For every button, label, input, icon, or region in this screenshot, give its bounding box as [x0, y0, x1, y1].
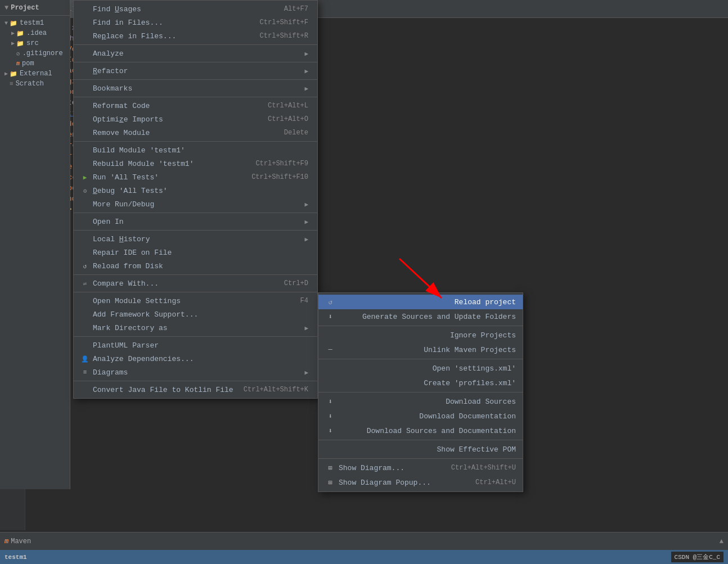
menu-label: Find in Files... [93, 19, 163, 27]
menu-item-debug-tests[interactable]: ⚙Debug 'All Tests' [74, 184, 317, 197]
submenu-arrow-icon: ▶ [304, 67, 308, 75]
menu-item-find-usages[interactable]: Find Usages Alt+F7 [74, 2, 317, 16]
tree-label: .idea [26, 29, 47, 37]
menu-item-plantuml[interactable]: PlantUML Parser [74, 339, 317, 352]
menu-item-more-run-debug[interactable]: More Run/Debug ▶ [74, 197, 317, 211]
menu-item-refactor[interactable]: Refactor ▶ [74, 64, 317, 78]
menu-item-find-in-files[interactable]: Find in Files... Ctrl+Shift+F [74, 16, 317, 29]
menu-label: Add Framework Support... [93, 310, 198, 319]
submenu-item-unlink-maven[interactable]: — Unlink Maven Projects [318, 342, 523, 357]
menu-item-reformat-code[interactable]: Reformat Code Ctrl+Alt+L [74, 99, 317, 112]
separator [74, 97, 317, 97]
project-panel: ▼ Project ▼ 📁 testm1 ▶ 📁 .idea ▶ 📁 src ▶… [0, 0, 70, 489]
menu-shortcut: Ctrl+Shift+R [260, 32, 308, 40]
menu-item-add-framework[interactable]: Add Framework Support... [74, 308, 317, 321]
submenu-arrow-icon: ▶ [304, 369, 308, 376]
menu-item-open-module-settings[interactable]: Open Module Settings F4 [74, 294, 317, 308]
menu-label: Debug 'All Tests' [93, 187, 168, 195]
submenu-label: Show Effective POM [437, 445, 516, 454]
show-diagram-shortcut: Ctrl+Alt+Shift+U [451, 464, 516, 472]
submenu-item-open-settings-xml[interactable]: Open 'settings.xml' [318, 361, 523, 376]
menu-label: PlantUML Parser [93, 341, 159, 350]
maven-file-icon: m [16, 61, 20, 67]
file-icon: ⊘ [16, 50, 20, 57]
menu-shortcut: Ctrl+Alt+Shift+K [244, 386, 308, 394]
tree-item-scratch[interactable]: ▶ ≡ Scratch [0, 79, 70, 89]
menu-item-diagrams[interactable]: ≡Diagrams ▶ [74, 366, 317, 379]
menu-item-open-in[interactable]: Open In ▶ [74, 215, 317, 228]
submenu-item-show-effective-pom[interactable]: Show Effective POM [318, 442, 523, 457]
menu-item-replace-in-files[interactable]: Replace in Files... Ctrl+Shift+R [74, 29, 317, 43]
context-menu-submenu: ↺ Reload project ⬇ Generate Sources and … [318, 292, 523, 492]
tree-expand-icon: ▶ [11, 30, 15, 37]
show-diagram-icon: ⊞ [325, 464, 335, 472]
download-docs-icon: ⬇ [325, 412, 335, 421]
tree-item-testm1[interactable]: ▼ 📁 testm1 [0, 18, 70, 28]
menu-item-build-module[interactable]: Build Module 'testm1' [74, 143, 317, 157]
download-sources-docs-icon: ⬇ [325, 427, 335, 435]
menu-shortcut: Ctrl+D [284, 279, 308, 287]
menu-item-analyze[interactable]: Analyze ▶ [74, 47, 317, 60]
submenu-item-show-diagram[interactable]: ⊞ Show Diagram... Ctrl+Alt+Shift+U [318, 461, 523, 475]
submenu-label: Generate Sources and Update Folders [362, 313, 516, 321]
separator [318, 458, 523, 459]
menu-item-mark-directory[interactable]: Mark Directory as ▶ [74, 321, 317, 335]
menu-item-rebuild-module[interactable]: Rebuild Module 'testm1' Ctrl+Shift+F9 [74, 157, 317, 170]
separator [74, 336, 317, 337]
menu-item-local-history[interactable]: Local History ▶ [74, 232, 317, 246]
menu-item-run-tests[interactable]: ▶Run 'All Tests' Ctrl+Shift+F10 [74, 170, 317, 184]
folder-icon: 📁 [10, 70, 17, 78]
submenu-item-show-diagram-popup[interactable]: ⊞ Show Diagram Popup... Ctrl+Alt+U [318, 475, 523, 490]
tree-item-gitignore[interactable]: ▶ ⊘ .gitignore [0, 48, 70, 58]
submenu-item-ignore-projects[interactable]: Ignore Projects [318, 328, 523, 342]
submenu-arrow-icon: ▶ [304, 324, 308, 332]
submenu-item-reload-project[interactable]: ↺ Reload project [318, 295, 523, 309]
submenu-arrow-icon: ▶ [304, 218, 308, 225]
menu-label: Diagrams [93, 368, 128, 377]
menu-shortcut: Ctrl+Alt+O [268, 115, 308, 123]
submenu-item-generate-sources[interactable]: ⬇ Generate Sources and Update Folders [318, 309, 523, 324]
submenu-item-download-sources-docs[interactable]: ⬇ Download Sources and Documentation [318, 423, 523, 438]
menu-item-repair-ide[interactable]: Repair IDE on File [74, 246, 317, 259]
maven-tab-label[interactable]: Maven [11, 538, 31, 545]
menu-shortcut: Ctrl+Shift+F10 [251, 173, 308, 181]
menu-label: Convert Java File to Kotlin File [93, 386, 233, 394]
menu-item-remove-module[interactable]: Remove Module Delete [74, 126, 317, 139]
menu-label: Run 'All Tests' [93, 173, 159, 182]
menu-shortcut: Ctrl+Shift+F [260, 19, 308, 26]
submenu-item-create-profiles-xml[interactable]: Create 'profiles.xml' [318, 376, 523, 390]
compare-icon: ⇌ [80, 280, 89, 287]
menu-label: Replace in Files... [93, 32, 176, 40]
status-bar: testm1 CSDN @三金C_C [0, 550, 728, 564]
menu-label: Analyze Dependencies... [93, 355, 194, 363]
menu-item-compare-with[interactable]: ⇌Compare With... Ctrl+D [74, 277, 317, 290]
tree-label: Scratch [16, 80, 44, 88]
menu-label: Local History [93, 235, 150, 243]
submenu-item-download-sources[interactable]: ⬇ Download Sources [318, 394, 523, 409]
menu-item-optimize-imports[interactable]: Optimize Imports Ctrl+Alt+O [74, 112, 317, 126]
tree-expand-icon: ▶ [5, 70, 8, 77]
submenu-label: Reload project [455, 298, 516, 306]
menu-item-bookmarks[interactable]: Bookmarks ▶ [74, 82, 317, 95]
separator [74, 62, 317, 62]
menu-item-analyze-deps[interactable]: 👤Analyze Dependencies... [74, 352, 317, 366]
menu-item-convert-kotlin[interactable]: Convert Java File to Kotlin File Ctrl+Al… [74, 383, 317, 396]
submenu-label: Download Documentation [419, 412, 516, 421]
tree-item-idea[interactable]: ▶ 📁 .idea [0, 28, 70, 38]
menu-item-reload-from-disk[interactable]: ↺Reload from Disk [74, 259, 317, 273]
tree-item-pom[interactable]: ▶ m pom [0, 58, 70, 69]
maven-icon: m [5, 538, 8, 545]
folder-icon: 📁 [10, 20, 17, 27]
tree-expand-icon: ▶ [11, 40, 15, 47]
tree-label: External [20, 70, 52, 78]
tree-item-src[interactable]: ▶ 📁 src [0, 38, 70, 48]
submenu-item-download-docs[interactable]: ⬇ Download Documentation [318, 409, 523, 423]
menu-label: Mark Directory as [93, 324, 168, 332]
show-diagram-popup-icon: ⊞ [325, 479, 335, 487]
menu-label: Remove Module [93, 129, 150, 137]
tree-item-external[interactable]: ▶ 📁 External [0, 69, 70, 79]
folder-icon: 📁 [16, 30, 24, 37]
tree-label: testm1 [20, 19, 44, 27]
submenu-label: Download Sources [446, 398, 516, 406]
tree-label: src [26, 39, 39, 47]
